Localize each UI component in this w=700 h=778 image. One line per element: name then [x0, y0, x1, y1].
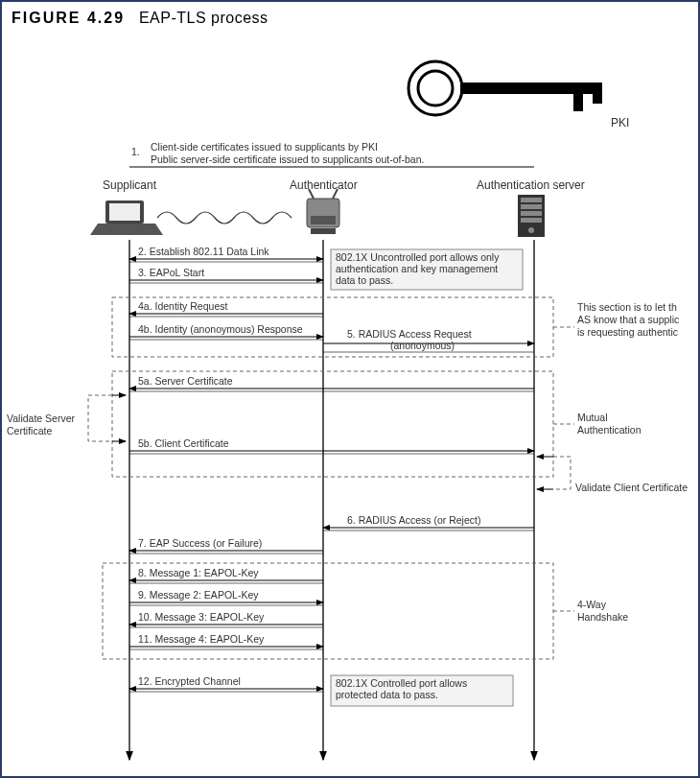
- note-4way-l2: Handshake: [577, 611, 628, 623]
- msg-7: 7. EAP Success (or Failure): [138, 537, 262, 549]
- note-mutual-auth-l1: Mutual: [577, 412, 608, 423]
- server-icon: [518, 195, 545, 237]
- svg-rect-17: [521, 218, 542, 223]
- laptop-icon: [90, 200, 163, 235]
- note-validate-client: Validate Client Certificate: [575, 482, 688, 493]
- msg-5b: 5b. Client Certificate: [138, 437, 229, 449]
- msg-4b: 4b. Identity (anonoymous) Response: [138, 323, 303, 335]
- note-identity-l3: is requesting authentic: [577, 326, 678, 338]
- note-validate-server-l1: Validate Server: [7, 413, 76, 424]
- msg-4a: 4a. Identity Request: [138, 300, 227, 312]
- note-mutual-auth-l2: Authentication: [577, 424, 642, 436]
- note-controlled-port: 802.1X Controlled port allows protected …: [336, 677, 510, 700]
- msg-3: 3. EAPoL Start: [138, 267, 204, 278]
- svg-rect-7: [109, 203, 140, 221]
- pki-label: PKI: [611, 116, 629, 130]
- msg-5: 5. RADIUS Access Request: [347, 328, 472, 340]
- step1-number: 1.: [131, 146, 140, 157]
- figure-title: FIGURE 4.29 EAP-TLS process: [12, 10, 268, 27]
- msg-12: 12. Encrypted Channel: [138, 675, 241, 687]
- svg-rect-4: [593, 83, 602, 104]
- note-identity-l1: This section is to let th: [577, 301, 677, 313]
- svg-point-18: [528, 227, 534, 233]
- figure-name: EAP-TLS process: [139, 10, 268, 26]
- fragment-mutual-auth: [112, 371, 553, 477]
- svg-rect-9: [311, 216, 336, 224]
- svg-point-1: [418, 71, 453, 106]
- figure-label: FIGURE 4.29: [12, 10, 125, 26]
- note-4way-l1: 4-Way: [577, 599, 607, 610]
- msg-11: 11. Message 4: EAPOL-Key: [138, 633, 265, 645]
- svg-rect-14: [521, 198, 542, 202]
- msg-5a: 5a. Server Certificate: [138, 375, 233, 387]
- msg-6: 6. RADIUS Access (or Reject): [347, 514, 480, 526]
- svg-rect-15: [521, 204, 542, 209]
- step1-line1: Client-side certificates issued to suppl…: [151, 141, 378, 153]
- msg-9: 9. Message 2: EAPOL-Key: [138, 589, 259, 601]
- msg-2: 2. Establish 802.11 Data Link: [138, 246, 269, 257]
- actor-authserver: Authentication server: [477, 178, 585, 192]
- msg-8: 8. Message 1: EAPOL-Key: [138, 567, 259, 578]
- svg-rect-3: [573, 83, 583, 111]
- note-uncontrolled-port: 802.1X Uncontrolled port allows only aut…: [336, 251, 520, 286]
- actor-supplicant: Supplicant: [103, 178, 157, 192]
- wireless-wave-icon: [157, 212, 292, 224]
- access-point-icon: [307, 189, 339, 234]
- note-identity-l2: AS know that a supplic: [577, 314, 679, 325]
- svg-rect-12: [311, 228, 336, 234]
- actor-authenticator: Authenticator: [290, 178, 358, 192]
- diagram-canvas: PKI 1. Client-side certificates issued t…: [2, 2, 700, 778]
- pki-icon: PKI: [408, 61, 629, 130]
- note-validate-server-l2: Certificate: [7, 425, 52, 436]
- step1-line2: Public server-side certificate issued to…: [151, 153, 424, 165]
- msg-10: 10. Message 3: EAPOL-Key: [138, 611, 265, 623]
- msg-5-sub: (anonoymous): [390, 340, 455, 351]
- svg-rect-16: [521, 211, 542, 216]
